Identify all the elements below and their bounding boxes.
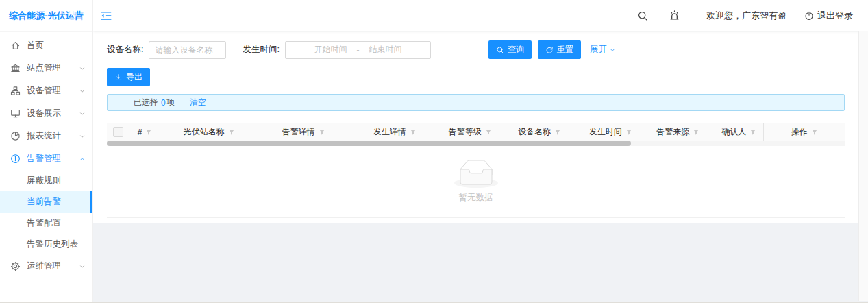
filter-buttons: 查询 重置 展开 (488, 40, 616, 59)
export-button-label: 导出 (126, 71, 142, 83)
column-header-select[interactable] (107, 123, 130, 141)
horizontal-scrollbar-thumb[interactable] (107, 141, 631, 146)
chevron-down-icon (609, 47, 616, 53)
clear-selection-link[interactable]: 清空 (190, 97, 206, 108)
sidebar-item-device-mgmt[interactable]: 设备管理 (0, 80, 92, 102)
search-button[interactable]: 查询 (488, 40, 532, 59)
sidebar-subitem-label: 告警历史列表 (27, 239, 78, 250)
time-range-picker[interactable]: 开始时间 - 结束时间 (285, 41, 431, 59)
bank-icon (10, 63, 21, 73)
sidebar-item-label: 告警管理 (27, 153, 61, 165)
column-label: 告警来源 (656, 126, 689, 138)
device-name-input[interactable] (149, 41, 226, 59)
table-body-empty: 暂无数据 (107, 146, 845, 218)
sidebar-item-ops-mgmt[interactable]: 运维管理 (0, 255, 92, 278)
empty-box-icon (454, 160, 498, 188)
selected-suffix: 项 (166, 97, 175, 108)
column-label: 发生时间 (589, 126, 622, 138)
logout-label: 退出登录 (817, 10, 853, 22)
horizontal-scrollbar[interactable] (107, 141, 845, 146)
filter-funnel-icon (693, 129, 699, 136)
sidebar-item-report-stats[interactable]: 报表统计 (0, 125, 92, 147)
sidebar-item-label: 报表统计 (27, 130, 61, 142)
alarm-table: #光伏站名称告警详情发生详情告警等级设备名称发生时间告警来源确认人操作 暂无数据 (107, 123, 845, 218)
filter-funnel-icon (410, 129, 417, 136)
logout-button[interactable]: 退出登录 (804, 10, 853, 22)
reset-button[interactable]: 重置 (538, 40, 581, 59)
sidebar-subitem-label: 告警配置 (27, 217, 61, 229)
header-right: 欢迎您，广东智有盈 退出登录 (637, 10, 853, 22)
content-card: 设备名称: 发生时间: 开始时间 - 结束时间 查询 重置 (93, 31, 868, 223)
sidebar-subitem-current-alarms[interactable]: 当前告警 (0, 191, 92, 213)
occur-time-label: 发生时间: (243, 44, 279, 56)
column-header-occur-detail[interactable]: 发生详情 (349, 123, 441, 141)
sidebar-subitem-label: 当前告警 (27, 196, 61, 208)
main-column: 欢迎您，广东智有盈 退出登录 设备名称: 发生时间: 开始时间 - 结束时间 (93, 0, 868, 303)
reset-button-label: 重置 (557, 44, 573, 56)
sidebar-item-home[interactable]: 首页 (0, 34, 92, 57)
vertical-scrollbar[interactable] (858, 31, 868, 301)
pie-icon (10, 131, 21, 141)
sidebar-subitem-mask-rules[interactable]: 屏蔽规则 (0, 170, 92, 191)
column-header-confirmer[interactable]: 确认人 (715, 123, 763, 141)
sidebar-subitem-alarm-history[interactable]: 告警历史列表 (0, 234, 92, 255)
expand-link-label: 展开 (590, 44, 607, 56)
sidebar-item-site-mgmt[interactable]: 站点管理 (0, 57, 92, 80)
chevron-up-icon (79, 156, 86, 162)
column-label: 设备名称 (518, 126, 551, 138)
sidebar: 综合能源-光伏运营 首页站点管理设备管理设备展示报表统计告警管理屏蔽规则当前告警… (0, 0, 93, 303)
export-button[interactable]: 导出 (107, 68, 150, 86)
column-label: 确认人 (721, 126, 746, 138)
welcome-text: 欢迎您，广东智有盈 (706, 10, 786, 22)
column-label: 告警详情 (282, 126, 315, 138)
sidebar-item-device-display[interactable]: 设备展示 (0, 102, 92, 125)
filter-funnel-icon (811, 129, 818, 136)
search-icon[interactable] (637, 10, 648, 21)
chevron-down-icon (79, 110, 86, 117)
column-header-actions[interactable]: 操作 (763, 123, 845, 141)
chevron-down-icon (79, 65, 86, 72)
download-icon (114, 73, 123, 82)
home-icon (10, 40, 21, 51)
monitor-icon (10, 108, 21, 119)
device-name-label: 设备名称: (107, 44, 143, 56)
filter-funnel-icon (228, 129, 235, 136)
empty-state-text: 暂无数据 (459, 192, 493, 204)
sidebar-item-label: 设备展示 (27, 108, 61, 119)
search-button-icon (496, 46, 504, 54)
column-header-index[interactable]: # (130, 123, 160, 141)
sidebar-subitem-label: 屏蔽规则 (27, 175, 61, 186)
toolbar: 导出 (107, 68, 845, 86)
filter-funnel-icon (485, 129, 492, 136)
column-header-alarm-source[interactable]: 告警来源 (641, 123, 715, 141)
select-all-checkbox[interactable] (113, 127, 123, 137)
logout-icon (804, 11, 814, 21)
column-header-alarm-detail[interactable]: 告警详情 (258, 123, 349, 141)
expand-link[interactable]: 展开 (590, 44, 616, 56)
selected-prefix: 已选择 (134, 97, 158, 108)
filter-bar: 设备名称: 发生时间: 开始时间 - 结束时间 查询 重置 (107, 31, 845, 59)
sidebar-item-label: 首页 (27, 40, 44, 51)
alarm-icon[interactable] (669, 10, 680, 21)
menu-fold-icon[interactable] (100, 10, 112, 22)
gear-icon (10, 261, 21, 271)
app-window: 综合能源-光伏运营 首页站点管理设备管理设备展示报表统计告警管理屏蔽规则当前告警… (0, 0, 868, 303)
top-header: 欢迎您，广东智有盈 退出登录 (93, 0, 868, 31)
sidebar-item-label: 站点管理 (27, 62, 61, 74)
chevron-down-icon (79, 133, 86, 140)
column-label: 发生详情 (373, 126, 406, 138)
filter-funnel-icon (319, 129, 325, 136)
sidebar-item-alarm-mgmt[interactable]: 告警管理 (0, 147, 92, 170)
column-header-device-name[interactable]: 设备名称 (499, 123, 580, 141)
sidebar-menu: 首页站点管理设备管理设备展示报表统计告警管理屏蔽规则当前告警告警配置告警历史列表… (0, 32, 92, 278)
cluster-icon (10, 86, 21, 96)
column-header-station-name[interactable]: 光伏站名称 (160, 123, 259, 141)
selected-count: 0 (161, 98, 166, 108)
column-header-occur-time[interactable]: 发生时间 (580, 123, 641, 141)
column-header-alarm-level[interactable]: 告警等级 (441, 123, 499, 141)
sidebar-subitem-alarm-config[interactable]: 告警配置 (0, 213, 92, 234)
app-logo: 综合能源-光伏运营 (0, 0, 92, 32)
column-label: 光伏站名称 (184, 126, 225, 138)
column-label: 操作 (791, 126, 808, 138)
end-time-placeholder: 结束时间 (369, 44, 401, 56)
